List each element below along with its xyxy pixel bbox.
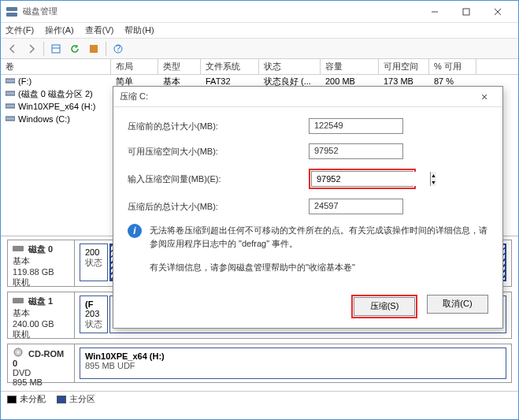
col-layout[interactable]: 布局 xyxy=(111,59,158,74)
menu-file[interactable]: 文件(F) xyxy=(6,24,34,36)
svg-text:?: ? xyxy=(116,43,120,53)
disk-header: 磁盘 1 基本 240.00 GB 联机 xyxy=(8,292,75,338)
volume-header: 卷 布局 类型 文件系统 状态 容量 可用空间 % 可用 xyxy=(1,59,518,75)
label-total-before: 压缩前的总计大小(MB): xyxy=(128,121,309,132)
minimize-button[interactable] xyxy=(419,2,450,22)
svg-rect-8 xyxy=(90,45,98,53)
col-status[interactable]: 状态 xyxy=(259,59,321,74)
dialog-titlebar[interactable]: 压缩 C: × xyxy=(113,87,502,107)
volume-icon xyxy=(6,102,17,111)
spin-up-button[interactable]: ▲ xyxy=(431,172,436,179)
label-total-after: 压缩后的总计大小(MB): xyxy=(128,201,309,213)
titlebar: 磁盘管理 xyxy=(1,1,518,23)
info-text-1: 无法将卷压缩到超出任何不可移动的文件所在的点。有关完成该操作时间的详细信息，请参… xyxy=(150,224,488,250)
svg-rect-3 xyxy=(463,9,469,15)
spin-down-button[interactable]: ▼ xyxy=(431,179,436,186)
value-total-after: 24597 xyxy=(309,199,403,214)
window-title: 磁盘管理 xyxy=(23,6,419,17)
shrink-dialog: 压缩 C: × 压缩前的总计大小(MB): 122549 可用压缩空间大小(MB… xyxy=(113,86,503,329)
volume-icon xyxy=(6,89,17,98)
svg-rect-14 xyxy=(6,117,15,121)
col-filesystem[interactable]: 文件系统 xyxy=(201,59,259,74)
disk-icon xyxy=(13,244,25,254)
info-text-2: 有关详细信息，请参阅磁盘管理帮助中的"收缩基本卷" xyxy=(150,261,355,274)
help-button[interactable]: ? xyxy=(109,40,127,58)
highlight-shrink-button: 压缩(S) xyxy=(351,295,417,318)
volume-icon xyxy=(6,76,17,86)
value-available: 97952 xyxy=(309,143,403,159)
menu-help[interactable]: 帮助(H) xyxy=(124,24,154,36)
dialog-close-button[interactable]: × xyxy=(473,91,496,103)
svg-rect-13 xyxy=(6,104,15,108)
disk-header: 磁盘 0 基本 119.88 GB 联机 xyxy=(8,240,75,286)
svg-rect-15 xyxy=(13,246,24,251)
shrink-amount-input[interactable] xyxy=(312,172,430,186)
highlight-input: ▲ ▼ xyxy=(309,169,416,189)
menu-action[interactable]: 操作(A) xyxy=(45,24,74,36)
col-pct[interactable]: % 可用 xyxy=(429,59,476,74)
svg-rect-12 xyxy=(6,91,15,95)
refresh-button[interactable] xyxy=(66,40,83,58)
cancel-button[interactable]: 取消(C) xyxy=(427,295,488,314)
col-volume[interactable]: 卷 xyxy=(1,59,111,74)
volume-icon xyxy=(6,114,17,124)
swatch-primary xyxy=(57,396,66,403)
properties-button[interactable] xyxy=(85,40,102,58)
back-button[interactable] xyxy=(4,40,21,58)
partition-sub: 895 MB UDF xyxy=(85,361,501,370)
partition-title: Win10XPE_x64 (H:) xyxy=(85,351,501,361)
col-type[interactable]: 类型 xyxy=(158,59,201,74)
disk-header: CD-ROM 0 DVD 895 MB xyxy=(8,344,75,382)
legend: 未分配 主分区 xyxy=(1,391,518,407)
maximize-button[interactable] xyxy=(450,2,482,22)
label-input-amount: 输入压缩空间量(MB)(E): xyxy=(128,173,309,185)
label-available: 可用压缩空间大小(MB): xyxy=(128,146,309,158)
svg-point-18 xyxy=(17,351,20,354)
close-button[interactable] xyxy=(482,2,513,22)
dialog-title: 压缩 C: xyxy=(120,91,473,102)
col-capacity[interactable]: 容量 xyxy=(321,59,379,74)
svg-rect-16 xyxy=(13,298,24,303)
swatch-unallocated xyxy=(7,396,17,403)
shrink-amount-spinner[interactable]: ▲ ▼ xyxy=(311,171,413,187)
menubar: 文件(F) 操作(A) 查看(V) 帮助(H) xyxy=(1,23,518,39)
svg-rect-0 xyxy=(6,7,17,11)
disk-panel-cdrom[interactable]: CD-ROM 0 DVD 895 MB Win10XPE_x64 (H:) 89… xyxy=(7,344,512,383)
menu-view[interactable]: 查看(V) xyxy=(85,24,114,36)
cdrom-icon xyxy=(13,348,25,357)
value-total-before: 122549 xyxy=(309,118,403,134)
forward-button[interactable] xyxy=(23,40,40,58)
col-free[interactable]: 可用空间 xyxy=(379,59,429,74)
svg-rect-6 xyxy=(52,45,60,53)
toolbar: ? xyxy=(1,39,518,59)
disk-icon xyxy=(13,296,25,306)
svg-rect-1 xyxy=(6,13,17,17)
svg-rect-11 xyxy=(6,79,15,83)
info-icon: i xyxy=(128,224,142,238)
app-icon xyxy=(6,6,18,18)
window-controls xyxy=(419,2,513,22)
shrink-button[interactable]: 压缩(S) xyxy=(354,297,415,316)
view-button[interactable] xyxy=(47,40,65,58)
